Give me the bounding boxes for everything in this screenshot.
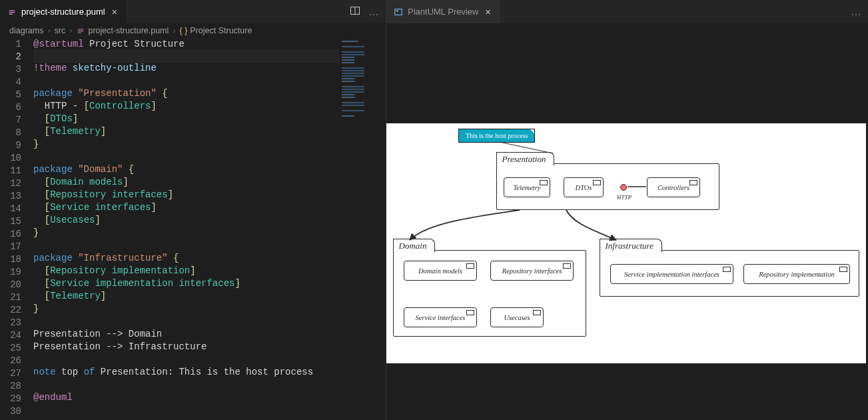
line-number: 12	[0, 177, 21, 190]
code-line[interactable]: }	[33, 138, 379, 151]
line-number: 16	[0, 228, 21, 241]
code-line[interactable]: package "Infrastructure" {	[33, 252, 379, 265]
file-icon	[7, 7, 17, 17]
code-line[interactable]: [Service implementation interfaces]	[33, 277, 379, 290]
chevron-right-icon: ›	[171, 26, 177, 35]
line-number: 17	[0, 241, 21, 253]
preview-tab-title: PlantUML Preview	[408, 7, 478, 17]
code-line[interactable]	[33, 353, 379, 366]
code-line[interactable]	[33, 315, 379, 328]
code-line[interactable]	[33, 379, 379, 391]
code-line[interactable]: HTTP - [Controllers]	[33, 100, 379, 113]
file-icon	[76, 26, 85, 35]
package-presentation: Presentation Telemetry DTOs HTTP Control…	[496, 163, 719, 210]
breadcrumb-part[interactable]: Project Structure	[190, 26, 252, 35]
svg-rect-5	[78, 29, 84, 29]
svg-rect-7	[78, 33, 81, 33]
line-number: 6	[0, 101, 21, 114]
line-number: 21	[0, 291, 21, 304]
code-line[interactable]: [DTOs]	[33, 113, 379, 125]
code-line[interactable]	[33, 50, 379, 63]
line-number: 3	[0, 63, 21, 76]
interface-http-label: HTTP	[617, 194, 632, 201]
code-line[interactable]: [Domain models]	[33, 176, 379, 189]
breadcrumb[interactable]: diagrams › src › project-structure.puml …	[0, 23, 386, 38]
line-number: 19	[0, 266, 21, 279]
svg-rect-1	[9, 12, 15, 13]
preview-tab[interactable]: PlantUML Preview ×	[386, 0, 501, 23]
code-line[interactable]: @enduml	[33, 391, 379, 404]
code-content[interactable]: @startuml Project Structure!theme sketch…	[33, 38, 386, 420]
line-number: 7	[0, 114, 21, 127]
editor-tab-title: project-structure.puml	[21, 7, 105, 17]
editor-tab-bar: project-structure.puml × …	[0, 0, 386, 23]
preview-tab-bar: PlantUML Preview × …	[386, 0, 868, 23]
code-line[interactable]: @startuml Project Structure	[33, 38, 379, 51]
svg-rect-6	[78, 31, 84, 31]
line-number: 1	[0, 38, 21, 51]
code-line[interactable]	[33, 151, 379, 163]
minimap[interactable]	[339, 38, 386, 131]
code-line[interactable]: [Telemetry]	[33, 290, 379, 303]
component-service-impl-interfaces: Service implementation interfaces	[610, 264, 733, 284]
package-label: Presentation	[496, 152, 555, 165]
component-service-interfaces: Service interfaces	[404, 307, 477, 327]
package-label: Domain	[393, 239, 436, 252]
component-repository-interfaces: Repository interfaces	[490, 261, 574, 281]
component-domain-models: Domain models	[404, 261, 477, 281]
svg-rect-2	[9, 13, 13, 14]
breadcrumb-part[interactable]: src	[55, 26, 66, 35]
line-number: 2	[0, 51, 21, 63]
code-line[interactable]: package "Presentation" {	[33, 87, 379, 100]
code-line[interactable]: [Usecases]	[33, 214, 379, 227]
line-number: 18	[0, 253, 21, 266]
code-line[interactable]: Presentation --> Infrastructure	[33, 341, 379, 353]
line-number: 9	[0, 139, 21, 152]
braces-icon: { }	[179, 26, 187, 35]
code-line[interactable]: [Service interfaces]	[33, 201, 379, 214]
code-line[interactable]: [Repository implementation]	[33, 265, 379, 277]
code-line[interactable]	[33, 239, 379, 252]
line-number: 26	[0, 355, 21, 367]
breadcrumb-part[interactable]: project-structure.puml	[88, 26, 169, 35]
code-line[interactable]: Presentation --> Domain	[33, 328, 379, 341]
package-label: Infrastructure	[600, 239, 662, 252]
plantuml-diagram: This is the host process Presentation Te…	[386, 123, 866, 363]
interface-http	[620, 184, 627, 191]
line-number: 11	[0, 165, 21, 177]
line-number-gutter: 1234567891011121314151617181920212223242…	[0, 38, 33, 420]
code-line[interactable]	[33, 404, 379, 417]
svg-rect-8	[395, 9, 402, 15]
preview-canvas[interactable]: This is the host process Presentation Te…	[386, 23, 868, 420]
code-line[interactable]: !theme sketchy-outline	[33, 62, 379, 75]
code-line[interactable]: }	[33, 303, 379, 315]
line-number: 4	[0, 76, 21, 89]
breadcrumb-part[interactable]: diagrams	[9, 26, 43, 35]
split-editor-icon[interactable]	[350, 5, 360, 18]
line-number: 24	[0, 329, 21, 342]
line-number: 23	[0, 317, 21, 329]
editor-tab[interactable]: project-structure.puml ×	[0, 0, 127, 23]
close-icon[interactable]: ×	[482, 7, 493, 17]
package-domain: Domain Domain models Repository interfac…	[393, 250, 586, 337]
more-actions-icon[interactable]: …	[368, 6, 380, 18]
line-number: 30	[0, 405, 21, 418]
svg-rect-9	[396, 10, 399, 11]
code-line[interactable]: note top of Presentation: This is the ho…	[33, 366, 379, 379]
svg-rect-0	[9, 10, 15, 11]
more-actions-icon[interactable]: …	[851, 6, 863, 18]
editor-tab-actions: …	[350, 5, 380, 18]
code-line[interactable]: }	[33, 227, 379, 239]
preview-pane: PlantUML Preview × … This is the host pr…	[386, 0, 868, 420]
chevron-right-icon: ›	[46, 26, 51, 35]
code-editor[interactable]: 1234567891011121314151617181920212223242…	[0, 38, 386, 420]
code-line[interactable]	[33, 75, 379, 87]
code-line[interactable]: package "Domain" {	[33, 163, 379, 176]
component-usecases: Usecases	[490, 307, 544, 327]
code-line[interactable]: [Telemetry]	[33, 125, 379, 138]
line-number: 10	[0, 152, 21, 165]
line-number: 20	[0, 279, 21, 291]
close-icon[interactable]: ×	[109, 7, 120, 17]
preview-icon	[393, 7, 404, 17]
code-line[interactable]: [Repository interfaces]	[33, 189, 379, 201]
